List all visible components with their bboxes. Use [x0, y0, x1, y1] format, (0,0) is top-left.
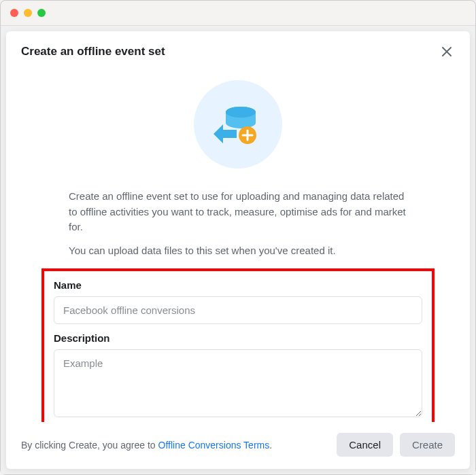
modal-header: Create an offline event set — [6, 31, 470, 67]
footer-buttons: Cancel Create — [337, 433, 455, 457]
name-label: Name — [54, 279, 422, 291]
maximize-window-button[interactable] — [37, 9, 46, 17]
app-background: Create an offline event set — [1, 26, 475, 474]
modal-footer: By clicking Create, you agree to Offline… — [6, 422, 470, 469]
database-arrow-icon — [211, 97, 265, 152]
period: . — [269, 440, 272, 451]
modal-description-2: You can upload data files to this set wh… — [21, 245, 455, 268]
close-modal-button[interactable] — [439, 43, 455, 60]
name-input[interactable] — [54, 296, 422, 324]
agree-text: By clicking Create, you agree to — [21, 440, 158, 451]
modal-title: Create an offline event set — [21, 45, 165, 58]
description-textarea[interactable]: Example — [54, 349, 422, 417]
create-button[interactable]: Create — [400, 433, 455, 457]
terms-link[interactable]: Offline Conversions Terms — [158, 440, 270, 451]
cancel-button[interactable]: Cancel — [337, 433, 393, 457]
create-offline-event-set-modal: Create an offline event set — [6, 31, 470, 469]
modal-body: Create an offline event set to use for u… — [6, 67, 470, 422]
minimize-window-button[interactable] — [24, 9, 32, 17]
hero-icon-container — [21, 67, 455, 189]
close-icon — [441, 46, 453, 58]
footer-terms-text: By clicking Create, you agree to Offline… — [21, 440, 272, 451]
hero-icon-circle — [194, 80, 282, 169]
form-highlight-box: Name Description Example — [41, 268, 435, 423]
description-label: Description — [54, 332, 422, 344]
svg-point-1 — [226, 107, 256, 118]
close-window-button[interactable] — [10, 9, 18, 17]
window-controls — [1, 1, 475, 26]
app-window: Create an offline event set — [0, 0, 476, 475]
modal-description-1: Create an offline event set to use for u… — [21, 189, 455, 245]
